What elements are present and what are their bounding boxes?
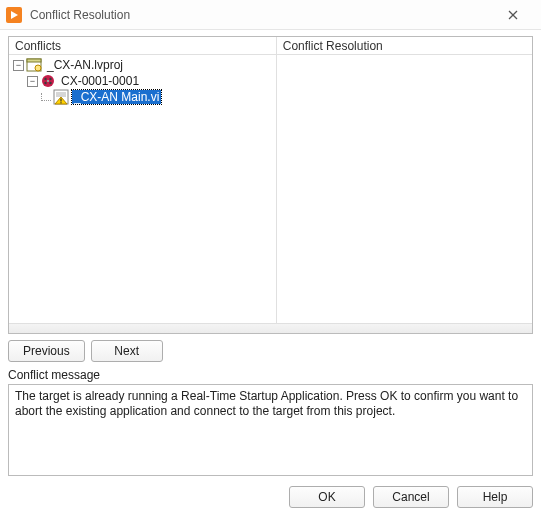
collapse-icon[interactable]: − <box>13 60 24 71</box>
tree-node-label: _CX-AN Main.vi <box>72 90 161 104</box>
app-icon <box>6 7 22 23</box>
svg-rect-12 <box>47 80 49 82</box>
conflict-panes: Conflicts Conflict Resolution − <box>8 36 533 334</box>
svg-rect-5 <box>27 59 41 62</box>
svg-rect-16 <box>60 99 61 102</box>
tree-connector <box>41 93 51 101</box>
conflict-message-text: The target is already running a Real-Tim… <box>15 389 518 418</box>
tree-node-label: CX-0001-0001 <box>59 74 141 88</box>
tree-node-vi[interactable]: _CX-AN Main.vi <box>13 89 272 105</box>
svg-point-6 <box>35 65 41 71</box>
conflicts-header: Conflicts <box>9 37 276 54</box>
project-icon <box>26 57 42 73</box>
target-icon <box>40 73 56 89</box>
tree-node-target[interactable]: − CX-0001-0001 <box>13 73 272 89</box>
svg-point-10 <box>44 82 46 84</box>
resolution-pane[interactable] <box>276 55 532 323</box>
tree-node-project[interactable]: − _CX-AN.lvproj <box>13 57 272 73</box>
conflicts-tree-pane[interactable]: − _CX-AN.lvproj − <box>9 55 276 323</box>
collapse-icon[interactable]: − <box>27 76 38 87</box>
resolution-header: Conflict Resolution <box>276 37 532 54</box>
help-button[interactable]: Help <box>457 486 533 508</box>
svg-point-8 <box>44 78 46 80</box>
tree-node-label: _CX-AN.lvproj <box>45 58 125 72</box>
svg-point-9 <box>49 78 51 80</box>
client-area: Conflicts Conflict Resolution − <box>0 30 541 520</box>
next-button[interactable]: Next <box>91 340 163 362</box>
svg-point-11 <box>49 82 51 84</box>
svg-rect-17 <box>60 102 61 103</box>
window-close-button[interactable] <box>493 0 533 30</box>
previous-button[interactable]: Previous <box>8 340 85 362</box>
vi-warning-icon <box>53 89 69 105</box>
nav-row: Previous Next <box>8 340 533 362</box>
ok-button[interactable]: OK <box>289 486 365 508</box>
window-title: Conflict Resolution <box>30 8 493 22</box>
conflict-message-label: Conflict message <box>8 368 533 382</box>
dialog-buttons: OK Cancel Help <box>8 486 533 508</box>
conflict-message-box: The target is already running a Real-Tim… <box>8 384 533 476</box>
horizontal-scrollbar[interactable] <box>9 323 532 333</box>
pane-headers: Conflicts Conflict Resolution <box>9 37 532 55</box>
cancel-button[interactable]: Cancel <box>373 486 449 508</box>
title-bar: Conflict Resolution <box>0 0 541 30</box>
conflicts-tree: − _CX-AN.lvproj − <box>13 57 272 105</box>
